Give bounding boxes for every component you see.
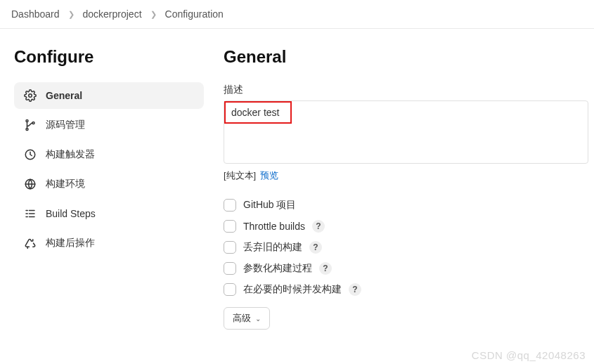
sidebar-item-label: 源码管理 — [46, 119, 85, 131]
option-label: Throttle builds — [243, 221, 305, 232]
checkbox-icon[interactable] — [224, 241, 236, 254]
chevron-right-icon: ❯ — [150, 10, 157, 19]
chevron-right-icon: ❯ — [68, 10, 75, 19]
option-github-project[interactable]: GitHub 项目 — [224, 199, 588, 212]
breadcrumb-item-project[interactable]: dockerproject — [83, 8, 142, 20]
sidebar-item-build-steps[interactable]: Build Steps — [14, 200, 204, 227]
option-parameterized[interactable]: 参数化构建过程 ? — [224, 262, 588, 275]
checkbox-icon[interactable] — [224, 220, 236, 233]
main-content: General 描述 docker test [纯文本] 预览 GitHub 项… — [218, 29, 594, 330]
steps-icon — [24, 207, 37, 220]
advanced-label: 高级 — [233, 312, 251, 325]
sidebar-title: Configure — [14, 47, 204, 67]
help-icon[interactable]: ? — [349, 283, 361, 296]
option-discard-old[interactable]: 丢弃旧的构建 ? — [224, 241, 588, 254]
breadcrumb-item-current[interactable]: Configuration — [165, 8, 224, 20]
help-icon[interactable]: ? — [309, 241, 322, 254]
description-label: 描述 — [224, 84, 588, 96]
option-throttle-builds[interactable]: Throttle builds ? — [224, 220, 588, 233]
chevron-down-icon: ⌄ — [255, 315, 261, 323]
sidebar-item-label: 构建触发器 — [46, 148, 95, 161]
option-label: 丢弃旧的构建 — [243, 241, 302, 254]
plain-text-label: [纯文本] — [224, 170, 256, 181]
options-group: GitHub 项目 Throttle builds ? 丢弃旧的构建 ? 参数化… — [224, 199, 588, 296]
option-label: 在必要的时候并发构建 — [243, 283, 342, 296]
sidebar-item-post-build[interactable]: 构建后操作 — [14, 230, 204, 256]
option-concurrent[interactable]: 在必要的时候并发构建 ? — [224, 283, 588, 296]
option-label: GitHub 项目 — [243, 199, 296, 212]
sidebar-item-label: 构建环境 — [46, 178, 85, 190]
checkbox-icon[interactable] — [224, 283, 236, 296]
help-icon[interactable]: ? — [312, 220, 325, 233]
sidebar-item-triggers[interactable]: 构建触发器 — [14, 141, 204, 168]
checkbox-icon[interactable] — [224, 262, 236, 275]
globe-icon — [24, 178, 37, 190]
sidebar-item-source[interactable]: 源码管理 — [14, 112, 204, 138]
branch-icon — [24, 119, 37, 131]
advanced-button[interactable]: 高级 ⌄ — [224, 307, 270, 330]
recycle-icon — [24, 237, 37, 249]
sidebar-item-general[interactable]: General — [14, 82, 204, 109]
watermark: CSDN @qq_42048263 — [472, 349, 586, 361]
sidebar: Configure General 源码管理 构建触发器 构建环境 — [0, 29, 218, 330]
sidebar-item-environment[interactable]: 构建环境 — [14, 171, 204, 197]
sidebar-item-label: 构建后操作 — [46, 237, 95, 249]
clock-icon — [24, 148, 37, 161]
sidebar-item-label: General — [46, 90, 82, 101]
breadcrumb: Dashboard ❯ dockerproject ❯ Configuratio… — [0, 0, 594, 29]
option-label: 参数化构建过程 — [243, 262, 312, 275]
svg-point-0 — [29, 94, 32, 98]
sidebar-item-label: Build Steps — [46, 208, 96, 219]
gear-icon — [24, 89, 37, 102]
help-icon[interactable]: ? — [319, 262, 332, 275]
checkbox-icon[interactable] — [224, 199, 236, 212]
preview-line: [纯文本] 预览 — [224, 169, 588, 182]
breadcrumb-item-dashboard[interactable]: Dashboard — [11, 8, 60, 20]
description-textarea[interactable]: docker test — [224, 100, 588, 164]
page-title: General — [224, 47, 588, 67]
preview-link[interactable]: 预览 — [260, 170, 278, 181]
description-value: docker test — [224, 101, 292, 124]
